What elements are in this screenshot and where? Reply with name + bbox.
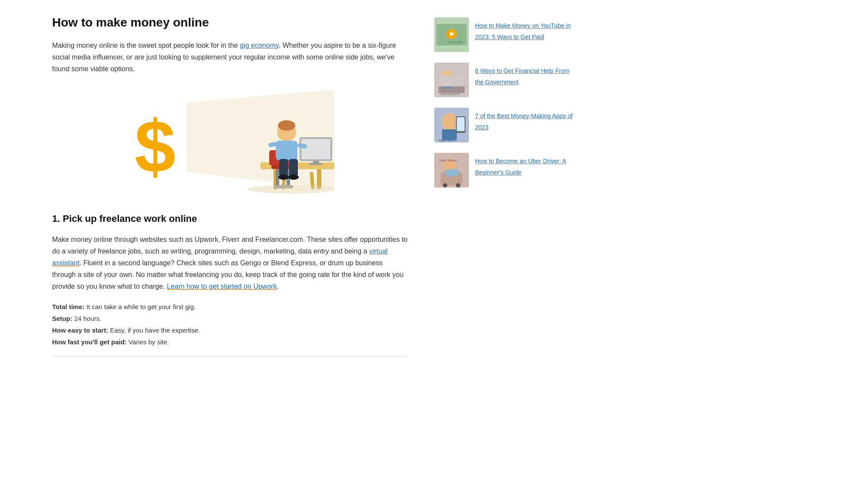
svg-rect-8 [301,139,330,159]
para1-end: . [277,283,279,290]
svg-text:YouTube: YouTube [447,40,462,44]
main-content: How to make money online Making money on… [52,13,408,357]
sidebar: YouTube How to Make Money on YouTube in … [434,13,573,357]
intro-text-before: Making money online is the sweet spot pe… [52,42,240,49]
gig-economy-link[interactable]: gig economy [240,42,279,49]
sidebar-link-apps[interactable]: 7 of the Best Money-Making Apps of 2023 [475,112,573,131]
svg-text:$: $ [135,105,176,188]
illustration-container: $ [52,85,408,198]
sidebar-thumb-govt: Government [434,63,469,97]
meta-item: Total time: It can take a while to get y… [52,301,408,313]
meta-list: Total time: It can take a while to get y… [52,301,408,348]
svg-rect-42 [457,117,465,131]
sidebar-item-apps: Apps 2023 7 of the Best Money-Making App… [434,108,573,142]
sidebar-item-uber: Uber Driver How to Become an Uber Driver… [434,153,573,188]
svg-rect-18 [276,141,297,160]
svg-text:Government: Government [441,92,460,96]
svg-point-17 [278,120,295,131]
sidebar-link-wrap-youtube: How to Make Money on YouTube in 2023: 5 … [475,17,573,42]
svg-rect-10 [309,163,322,165]
article-illustration: $ [109,85,352,198]
svg-point-26 [248,185,334,194]
sidebar-item-youtube: YouTube How to Make Money on YouTube in … [434,17,573,52]
meta-item: How fast you'll get paid: Varies by site… [52,336,408,348]
section1-paragraph: Make money online through websites such … [52,234,408,293]
meta-item: How easy to start: Easy, if you have the… [52,324,408,336]
sidebar-link-uber[interactable]: How to Become an Uber Driver: A Beginner… [475,158,566,176]
svg-point-24 [278,175,289,180]
svg-point-39 [442,113,457,130]
svg-point-49 [456,183,460,188]
svg-text:Apps 2023: Apps 2023 [439,139,455,142]
meta-item: Setup: 24 hours. [52,313,408,324]
sidebar-link-govt[interactable]: 6 Ways to Get Financial Help From the Go… [475,67,569,86]
article-title: How to make money online [52,13,408,33]
svg-point-48 [443,183,447,188]
section1-heading: 1. Pick up freelance work online [52,211,408,226]
para1-before: Make money online through websites such … [52,236,407,255]
upwork-link[interactable]: Learn how to get started on Upwork [167,283,277,290]
svg-text:Uber Driver: Uber Driver [439,158,457,162]
sidebar-link-wrap-apps: 7 of the Best Money-Making Apps of 2023 [475,108,573,132]
sidebar-thumb-youtube: YouTube [434,17,469,52]
sidebar-link-wrap-uber: How to Become an Uber Driver: A Beginner… [475,153,573,178]
svg-rect-22 [279,159,288,176]
sidebar-item-govt: Government 6 Ways to Get Financial Help … [434,63,573,97]
section-divider [52,356,408,357]
sidebar-link-youtube[interactable]: How to Make Money on YouTube in 2023: 5 … [475,22,571,40]
svg-rect-36 [439,76,465,86]
sidebar-thumb-uber: Uber Driver [434,153,469,188]
sidebar-thumb-apps: Apps 2023 [434,108,469,142]
svg-rect-23 [289,159,298,176]
page-wrapper: How to make money online Making money on… [0,0,868,370]
svg-rect-47 [445,169,458,176]
sidebar-link-wrap-govt: 6 Ways to Get Financial Help From the Go… [475,63,573,87]
svg-point-25 [288,175,299,180]
intro-paragraph: Making money online is the sweet spot pe… [52,40,408,75]
